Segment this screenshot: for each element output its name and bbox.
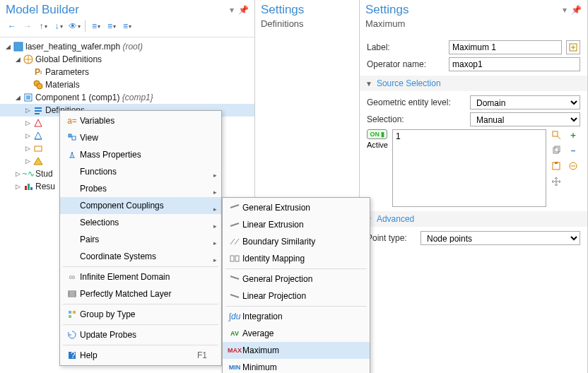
selection-select[interactable]: Manual — [470, 112, 580, 126]
selection-label: Selection: — [367, 114, 466, 124]
active-label: Active — [367, 141, 388, 149]
pin-icon[interactable]: 📌 — [571, 5, 582, 15]
expand-icon[interactable]: ≡ — [105, 20, 118, 32]
svg-rect-18 — [69, 315, 71, 318]
materials-icon — [33, 79, 44, 90]
submenu-general-projection[interactable]: General Projection — [223, 271, 370, 288]
geometric-entity-label: Geometric entity level: — [367, 97, 466, 107]
svg-rect-22 — [235, 256, 239, 261]
svg-rect-9 — [35, 146, 42, 151]
submenu-general-extrusion[interactable]: General Extrusion — [223, 199, 370, 216]
zoom-icon[interactable] — [551, 129, 562, 141]
svg-rect-25 — [553, 148, 558, 153]
menu-help[interactable]: ?HelpF1 — [60, 347, 221, 364]
active-toggle[interactable]: ON ▮ — [367, 129, 387, 139]
toggle-icon[interactable] — [568, 160, 579, 172]
menu-update-probes[interactable]: Update Probes — [60, 326, 221, 343]
collapse-icon[interactable]: ≡ — [90, 20, 102, 32]
selection-listbox[interactable]: 1 — [392, 129, 546, 207]
tree-component[interactable]: ◢ Component 1 (comp1) {comp1} — [0, 91, 254, 104]
copy-icon[interactable] — [551, 145, 562, 156]
submenu-integration[interactable]: ∫duIntegration — [223, 308, 370, 325]
up-icon[interactable]: ↑ — [37, 20, 49, 32]
submenu-minimum[interactable]: MINMinimum — [223, 359, 370, 373]
mesh-icon — [33, 130, 44, 141]
menu-perfectly-matched-layer[interactable]: Perfectly Matched Layer — [60, 285, 221, 302]
submenu-maximum[interactable]: MAXMaximum — [223, 342, 370, 359]
svg-rect-7 — [35, 110, 42, 112]
dropdown-icon[interactable]: ▾ — [230, 5, 234, 15]
add-icon[interactable]: ＋ — [568, 129, 579, 141]
svg-rect-8 — [35, 113, 40, 114]
create-shortcut-icon[interactable] — [566, 40, 580, 54]
move-icon[interactable] — [551, 176, 562, 187]
submenu-boundary-similarity[interactable]: Boundary Similarity — [223, 233, 370, 250]
component-icon — [23, 92, 34, 103]
menu-mass-properties[interactable]: Mass Properties — [60, 146, 221, 163]
list-item[interactable]: 1 — [396, 131, 543, 141]
down-icon[interactable]: ↓ — [52, 20, 65, 32]
operator-name-input[interactable] — [449, 57, 580, 71]
label-input[interactable] — [449, 40, 562, 54]
list-icon[interactable]: ≡ — [121, 20, 134, 32]
settings-panel-right: Settings ▾ 📌 Maximum Label: Operator nam… — [360, 0, 588, 373]
menu-probes[interactable]: Probes — [60, 180, 221, 197]
results-icon — [23, 181, 34, 192]
advanced-header[interactable]: ▼Advanced — [360, 211, 587, 227]
physics-icon — [33, 143, 44, 154]
menu-component-couplings[interactable]: Component Couplings — [60, 197, 221, 214]
context-menu[interactable]: a=Variables View Mass Properties Functio… — [59, 110, 222, 366]
operator-name-label: Operator name: — [367, 59, 445, 69]
warn-icon — [33, 155, 44, 167]
model-builder-panel: Model Builder ▾ 📌 ← → ↑ ↓ 👁 ≡ ≡ ≡ ◢ lase… — [0, 0, 255, 373]
menu-functions[interactable]: Functions — [60, 163, 221, 180]
svg-point-3 — [37, 83, 42, 89]
svg-rect-12 — [30, 187, 33, 190]
point-type-select[interactable]: Node points — [421, 231, 580, 245]
svg-rect-28 — [555, 162, 558, 164]
model-builder-title: Model Builder — [6, 3, 230, 17]
dropdown-icon[interactable]: ▾ — [563, 5, 567, 15]
submenu-average[interactable]: AVAverage — [223, 325, 370, 342]
remove-icon[interactable]: － — [568, 145, 579, 156]
menu-view[interactable]: View — [60, 129, 221, 146]
back-icon[interactable]: ← — [6, 20, 18, 32]
submenu-linear-projection[interactable]: Linear Projection — [223, 288, 370, 304]
settings-title-right: Settings — [365, 3, 563, 17]
forward-icon: → — [21, 20, 34, 32]
definitions-icon — [33, 105, 44, 116]
menu-pairs[interactable]: Pairs — [60, 231, 221, 248]
menu-selections[interactable]: Selections — [60, 214, 221, 231]
menu-coordinate-systems[interactable]: Coordinate Systems — [60, 248, 221, 265]
svg-rect-0 — [14, 42, 23, 51]
tree-materials[interactable]: Materials — [0, 78, 254, 91]
settings-sub-right: Maximum — [360, 18, 587, 33]
geometry-icon — [33, 117, 44, 129]
settings-sub-mid: Definitions — [255, 18, 359, 33]
svg-text:?: ? — [71, 350, 76, 360]
geometric-entity-select[interactable]: Domain — [470, 95, 580, 109]
label-label: Label: — [367, 42, 445, 52]
menu-infinite-element-domain[interactable]: ∞Infinite Element Domain — [60, 268, 221, 285]
menu-group-by-type[interactable]: Group by Type — [60, 306, 221, 323]
show-icon[interactable]: 👁 — [68, 20, 81, 32]
pin-icon[interactable]: 📌 — [238, 5, 249, 15]
submenu-identity-mapping[interactable]: Identity Mapping — [223, 250, 370, 267]
svg-rect-26 — [555, 146, 560, 152]
source-selection-header[interactable]: ▼Source Selection — [360, 76, 587, 91]
svg-rect-17 — [73, 311, 76, 314]
couplings-submenu[interactable]: General Extrusion Linear Extrusion Bound… — [222, 197, 370, 373]
tree-parameters[interactable]: Pi Parameters — [0, 66, 254, 78]
menu-variables[interactable]: a=Variables — [60, 112, 221, 129]
paste-icon[interactable] — [551, 160, 562, 172]
svg-rect-24 — [553, 131, 558, 136]
svg-rect-16 — [69, 311, 71, 314]
svg-rect-14 — [72, 136, 76, 140]
tree-root[interactable]: ◢ laser_heating_wafer.mph (root) — [0, 40, 254, 53]
tree-global-definitions[interactable]: ◢ Global Definitions — [0, 53, 254, 66]
svg-rect-5 — [26, 95, 30, 100]
globe-icon — [23, 54, 34, 65]
point-type-label: Point type: — [367, 233, 416, 243]
settings-title-mid: Settings — [261, 3, 353, 17]
submenu-linear-extrusion[interactable]: Linear Extrusion — [223, 216, 370, 233]
